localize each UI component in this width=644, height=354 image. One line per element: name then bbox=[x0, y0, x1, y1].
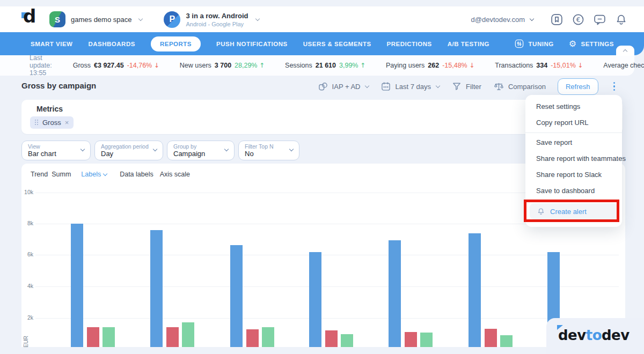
filter-top-n-select[interactable]: Filter Top N No bbox=[238, 141, 299, 160]
report-settings-row: View Bar chart Aggregation period Day Gr… bbox=[21, 141, 299, 160]
monetization-icon bbox=[318, 81, 328, 92]
menu-copy-report-url[interactable]: Copy report URL bbox=[525, 115, 622, 131]
menu-share-report-teammates[interactable]: Share report with teammates bbox=[525, 151, 622, 167]
nav-settings[interactable]: ⚙ SETTINGS bbox=[569, 39, 614, 49]
menu-save-to-dashboard[interactable]: Save to dashboard bbox=[525, 183, 622, 199]
chevron-down-icon bbox=[530, 16, 534, 20]
bar-series-3-group-1[interactable] bbox=[103, 327, 115, 347]
nav-push-notifications[interactable]: PUSH NOTIFICATIONS bbox=[216, 41, 288, 47]
bar-series-1-group-1[interactable] bbox=[71, 224, 83, 347]
notifications-bell-icon[interactable] bbox=[614, 12, 628, 26]
space-avatar: S bbox=[49, 11, 65, 27]
nav-tuning[interactable]: TUNING bbox=[514, 39, 554, 49]
page-title: Gross by campaign bbox=[21, 81, 96, 90]
chevron-down-icon bbox=[436, 83, 440, 87]
report-toolbar: IAP + AD Last 7 days Filter Comparison R… bbox=[318, 76, 618, 97]
bar-series-1-group-3[interactable] bbox=[230, 245, 243, 347]
bar-series-2-group-2[interactable] bbox=[166, 327, 179, 347]
chart-controls: Trend Summ Labels Data labels Axis scale bbox=[31, 171, 190, 178]
metric-chip-gross[interactable]: Gross × bbox=[30, 116, 74, 129]
bar-series-3-group-3[interactable] bbox=[262, 327, 274, 347]
period-label: Last 7 days bbox=[395, 83, 431, 91]
up-arrow: ↑ bbox=[259, 62, 265, 69]
feedback-icon[interactable] bbox=[592, 12, 606, 26]
y-tick-10k: 10k bbox=[21, 189, 33, 195]
space-picker[interactable]: S games demo space bbox=[49, 11, 142, 27]
y-tick-4k: 4k bbox=[21, 283, 33, 289]
gridline bbox=[35, 286, 619, 287]
control-data-labels[interactable]: Data labels bbox=[120, 171, 153, 178]
bar-series-1-group-6[interactable] bbox=[469, 233, 481, 347]
control-trend[interactable]: Trend bbox=[31, 171, 48, 178]
collapse-stats-tab[interactable] bbox=[616, 46, 634, 56]
filter-button[interactable]: Filter bbox=[451, 81, 481, 92]
bar-series-3-group-5[interactable] bbox=[420, 333, 433, 347]
app-picker[interactable]: P 3 in a row. Android Android - Google P… bbox=[164, 11, 259, 28]
currency-icon[interactable]: € bbox=[571, 12, 585, 26]
chevron-down-icon bbox=[224, 147, 229, 151]
menu-share-report-slack[interactable]: Share report to Slack bbox=[525, 167, 622, 183]
knowledge-base-icon[interactable] bbox=[550, 12, 564, 26]
account-menu[interactable]: d@devtodev.com bbox=[471, 16, 533, 24]
menu-create-alert[interactable]: Create alert bbox=[530, 203, 618, 219]
bar-series-3-group-4[interactable] bbox=[341, 334, 353, 347]
bar-series-2-group-5[interactable] bbox=[405, 332, 417, 347]
nav-smart-view[interactable]: SMART VIEW bbox=[31, 41, 72, 47]
view-select[interactable]: View Bar chart bbox=[21, 141, 91, 160]
comparison-label: Comparison bbox=[508, 83, 546, 91]
bar-series-1-group-4[interactable] bbox=[309, 252, 321, 347]
nav-users-segments[interactable]: USERS & SEGMENTS bbox=[303, 41, 371, 47]
bar-series-2-group-4[interactable] bbox=[325, 330, 338, 347]
group-by-select[interactable]: Group by Campaign bbox=[167, 141, 235, 160]
aggregation-period-select[interactable]: Aggregation period Day bbox=[94, 141, 163, 160]
control-axis-scale[interactable]: Axis scale bbox=[160, 171, 190, 178]
stat-gross: Gross €3 927.45 -14,76% ↓ bbox=[63, 62, 170, 69]
bar-series-3-group-6[interactable] bbox=[500, 335, 513, 347]
bar-series-1-group-5[interactable] bbox=[389, 240, 401, 347]
bar-series-3-group-2[interactable] bbox=[182, 322, 194, 347]
metric-chip-label: Gross bbox=[42, 119, 61, 127]
bar-series-2-group-6[interactable] bbox=[485, 329, 497, 347]
chevron-down-icon bbox=[80, 147, 85, 151]
gridline bbox=[35, 255, 619, 255]
nav-ab-testing[interactable]: A/B TESTING bbox=[448, 41, 489, 47]
refresh-button[interactable]: Refresh bbox=[558, 78, 598, 95]
last-update: Last update: 13:55 bbox=[30, 54, 63, 77]
menu-create-alert-label: Create alert bbox=[550, 208, 587, 216]
period-selector[interactable]: Last 7 days bbox=[380, 81, 440, 92]
menu-save-report[interactable]: Save report bbox=[525, 135, 622, 151]
app-platform: Android - Google Play bbox=[186, 21, 248, 27]
metrics-title: Metrics bbox=[36, 105, 63, 113]
y-axis-label: EUR bbox=[23, 336, 29, 347]
bell-icon bbox=[537, 207, 545, 216]
devtodev-logo-icon[interactable]: d bbox=[21, 10, 39, 28]
gridline bbox=[35, 318, 619, 319]
bar-series-2-group-3[interactable] bbox=[246, 329, 259, 347]
drag-handle-icon[interactable] bbox=[35, 120, 39, 126]
app-name: 3 in a row. Android bbox=[186, 12, 248, 20]
stat-average-check: Average check €11.76 0,3% ↑ bbox=[593, 62, 644, 69]
down-arrow: ↓ bbox=[154, 62, 159, 69]
menu-reset-settings[interactable]: Reset settings bbox=[525, 99, 622, 115]
remove-metric-icon[interactable]: × bbox=[65, 119, 69, 127]
nav-predictions[interactable]: PREDICTIONS bbox=[387, 41, 432, 47]
menu-divider bbox=[525, 132, 622, 133]
chevron-down-icon bbox=[153, 147, 157, 151]
comparison-button[interactable]: Comparison bbox=[493, 81, 546, 92]
account-email: d@devtodev.com bbox=[471, 16, 525, 24]
monetization-label: IAP + AD bbox=[332, 83, 361, 91]
bar-series-2-group-1[interactable] bbox=[87, 327, 99, 347]
control-summ[interactable]: Summ bbox=[52, 171, 71, 178]
chevron-down-icon bbox=[365, 83, 369, 87]
monetization-selector[interactable]: IAP + AD bbox=[318, 81, 369, 92]
app-avatar: P bbox=[164, 11, 180, 28]
main-nav: SMART VIEW DASHBOARDS REPORTS PUSH NOTIF… bbox=[0, 32, 644, 55]
stat-new-users: New users 3 700 28,29% ↑ bbox=[170, 62, 275, 69]
control-labels[interactable]: Labels bbox=[81, 171, 107, 178]
bar-series-1-group-2[interactable] bbox=[150, 230, 163, 347]
up-arrow: ↑ bbox=[360, 62, 365, 69]
kebab-menu-button[interactable] bbox=[610, 80, 619, 93]
nav-dashboards[interactable]: DASHBOARDS bbox=[88, 41, 135, 47]
nav-reports[interactable]: REPORTS bbox=[151, 36, 201, 51]
tuning-sliders-icon bbox=[514, 39, 524, 49]
